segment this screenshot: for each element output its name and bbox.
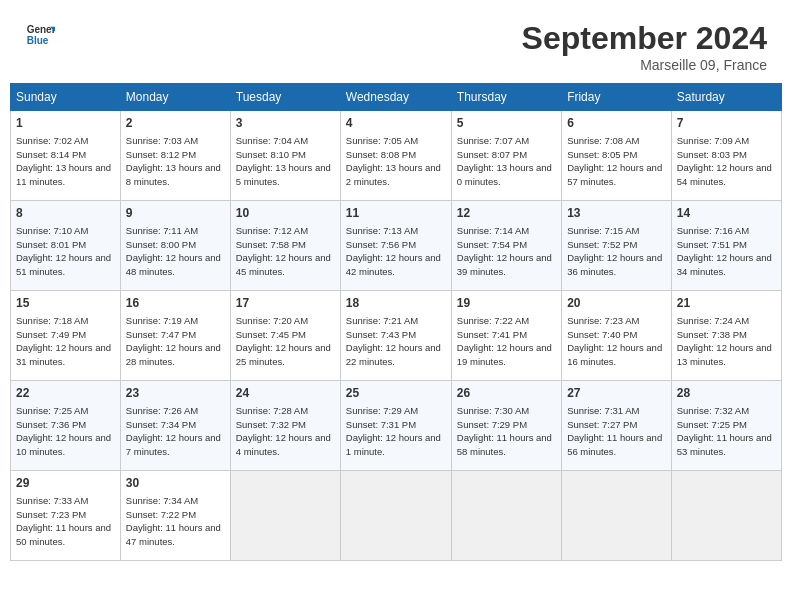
table-row: 30 Sunrise: 7:34 AMSunset: 7:22 PMDaylig…: [120, 471, 230, 561]
table-row: [230, 471, 340, 561]
table-row: 3 Sunrise: 7:04 AMSunset: 8:10 PMDayligh…: [230, 111, 340, 201]
table-row: 15 Sunrise: 7:18 AMSunset: 7:49 PMDaylig…: [11, 291, 121, 381]
table-row: 9 Sunrise: 7:11 AMSunset: 8:00 PMDayligh…: [120, 201, 230, 291]
col-sunday: Sunday: [11, 84, 121, 111]
table-row: 5 Sunrise: 7:07 AMSunset: 8:07 PMDayligh…: [451, 111, 561, 201]
table-row: 19 Sunrise: 7:22 AMSunset: 7:41 PMDaylig…: [451, 291, 561, 381]
calendar-week-row: 1 Sunrise: 7:02 AMSunset: 8:14 PMDayligh…: [11, 111, 782, 201]
table-row: 26 Sunrise: 7:30 AMSunset: 7:29 PMDaylig…: [451, 381, 561, 471]
col-saturday: Saturday: [671, 84, 781, 111]
location: Marseille 09, France: [522, 57, 767, 73]
table-row: 16 Sunrise: 7:19 AMSunset: 7:47 PMDaylig…: [120, 291, 230, 381]
table-row: 18 Sunrise: 7:21 AMSunset: 7:43 PMDaylig…: [340, 291, 451, 381]
calendar-week-row: 22 Sunrise: 7:25 AMSunset: 7:36 PMDaylig…: [11, 381, 782, 471]
table-row: [451, 471, 561, 561]
calendar-table: Sunday Monday Tuesday Wednesday Thursday…: [10, 83, 782, 561]
calendar-week-row: 8 Sunrise: 7:10 AMSunset: 8:01 PMDayligh…: [11, 201, 782, 291]
table-row: [562, 471, 672, 561]
table-row: 23 Sunrise: 7:26 AMSunset: 7:34 PMDaylig…: [120, 381, 230, 471]
table-row: [340, 471, 451, 561]
table-row: 7 Sunrise: 7:09 AMSunset: 8:03 PMDayligh…: [671, 111, 781, 201]
col-monday: Monday: [120, 84, 230, 111]
calendar-header-row: Sunday Monday Tuesday Wednesday Thursday…: [11, 84, 782, 111]
page-header: General Blue September 2024 Marseille 09…: [10, 10, 782, 78]
svg-text:Blue: Blue: [27, 35, 49, 46]
table-row: 1 Sunrise: 7:02 AMSunset: 8:14 PMDayligh…: [11, 111, 121, 201]
table-row: 29 Sunrise: 7:33 AMSunset: 7:23 PMDaylig…: [11, 471, 121, 561]
table-row: 13 Sunrise: 7:15 AMSunset: 7:52 PMDaylig…: [562, 201, 672, 291]
table-row: 11 Sunrise: 7:13 AMSunset: 7:56 PMDaylig…: [340, 201, 451, 291]
table-row: 8 Sunrise: 7:10 AMSunset: 8:01 PMDayligh…: [11, 201, 121, 291]
table-row: 24 Sunrise: 7:28 AMSunset: 7:32 PMDaylig…: [230, 381, 340, 471]
calendar-week-row: 29 Sunrise: 7:33 AMSunset: 7:23 PMDaylig…: [11, 471, 782, 561]
table-row: 6 Sunrise: 7:08 AMSunset: 8:05 PMDayligh…: [562, 111, 672, 201]
table-row: 22 Sunrise: 7:25 AMSunset: 7:36 PMDaylig…: [11, 381, 121, 471]
table-row: 20 Sunrise: 7:23 AMSunset: 7:40 PMDaylig…: [562, 291, 672, 381]
logo: General Blue: [25, 20, 55, 50]
table-row: 21 Sunrise: 7:24 AMSunset: 7:38 PMDaylig…: [671, 291, 781, 381]
col-thursday: Thursday: [451, 84, 561, 111]
table-row: 14 Sunrise: 7:16 AMSunset: 7:51 PMDaylig…: [671, 201, 781, 291]
svg-text:General: General: [27, 24, 55, 35]
table-row: 17 Sunrise: 7:20 AMSunset: 7:45 PMDaylig…: [230, 291, 340, 381]
logo-icon: General Blue: [25, 20, 55, 50]
title-section: September 2024 Marseille 09, France: [522, 20, 767, 73]
table-row: 4 Sunrise: 7:05 AMSunset: 8:08 PMDayligh…: [340, 111, 451, 201]
table-row: 25 Sunrise: 7:29 AMSunset: 7:31 PMDaylig…: [340, 381, 451, 471]
month-title: September 2024: [522, 20, 767, 57]
col-wednesday: Wednesday: [340, 84, 451, 111]
col-friday: Friday: [562, 84, 672, 111]
col-tuesday: Tuesday: [230, 84, 340, 111]
table-row: 27 Sunrise: 7:31 AMSunset: 7:27 PMDaylig…: [562, 381, 672, 471]
calendar-week-row: 15 Sunrise: 7:18 AMSunset: 7:49 PMDaylig…: [11, 291, 782, 381]
table-row: 12 Sunrise: 7:14 AMSunset: 7:54 PMDaylig…: [451, 201, 561, 291]
table-row: 2 Sunrise: 7:03 AMSunset: 8:12 PMDayligh…: [120, 111, 230, 201]
table-row: 10 Sunrise: 7:12 AMSunset: 7:58 PMDaylig…: [230, 201, 340, 291]
table-row: [671, 471, 781, 561]
table-row: 28 Sunrise: 7:32 AMSunset: 7:25 PMDaylig…: [671, 381, 781, 471]
